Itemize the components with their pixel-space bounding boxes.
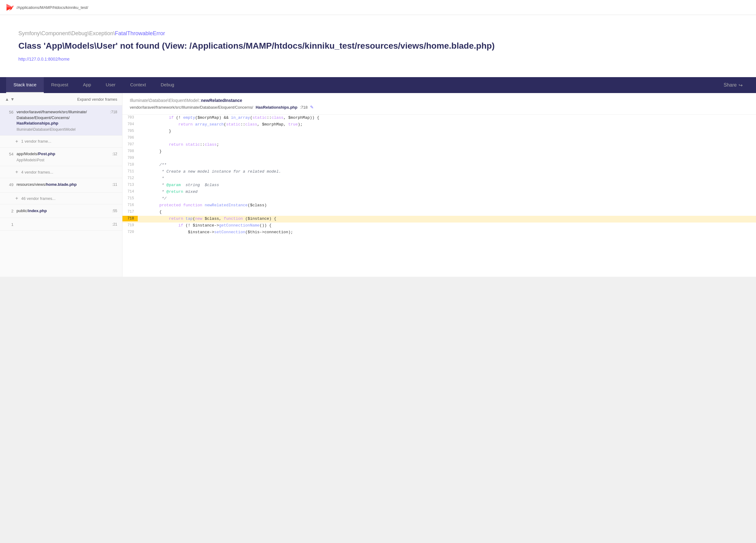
- frame-line-2: :55: [112, 208, 117, 213]
- frame-content-2: public/index.php: [17, 208, 109, 214]
- frame-file-54: app/Models/Post.php: [17, 151, 109, 157]
- frame-class-54: App\Models\Post: [17, 158, 109, 162]
- frame-class-56: Illuminate\Database\Eloquent\Model: [17, 127, 107, 132]
- code-class-name: Illuminate\Database\Eloquent\Model::newR…: [130, 98, 749, 103]
- code-line-716: 716 protected function newRelatedInstanc…: [122, 202, 756, 209]
- code-block: 703 if (! empty($morphMap) && in_array(s…: [122, 115, 756, 236]
- share-label: Share: [724, 82, 737, 88]
- tab-request[interactable]: Request: [44, 77, 76, 93]
- tab-app[interactable]: App: [76, 77, 99, 93]
- code-line-709: 709: [122, 155, 756, 162]
- vendor-frames-group-1[interactable]: + 1 vendor frame...: [0, 136, 122, 148]
- vendor-expand-icon: +: [15, 139, 18, 144]
- frame-content-54: app/Models/Post.php App\Models\Post: [17, 151, 109, 162]
- error-message: Class 'App\Models\User' not found (View:…: [18, 40, 738, 51]
- laravel-logo-icon: [6, 4, 13, 11]
- code-line-717: 717 {: [122, 209, 756, 216]
- frame-number-1: 1: [5, 222, 13, 227]
- frame-file-2: public/index.php: [17, 208, 109, 214]
- content-area: ▲ ▼ Expand vendor frames 56 vendor/larav…: [0, 93, 756, 277]
- frame-number-54: 54: [5, 151, 13, 156]
- tab-stack-trace[interactable]: Stack trace: [6, 77, 44, 93]
- vendor-frames-label-1: 1 vendor frame...: [21, 139, 51, 144]
- frame-content-49: resources/views/home.blade.php: [17, 182, 109, 189]
- tabs-bar: Stack trace Request App User Context Deb…: [0, 77, 756, 93]
- tab-context[interactable]: Context: [123, 77, 153, 93]
- code-line-704: 704 return array_search(static::class, $…: [122, 122, 756, 128]
- code-line-708: 708 }: [122, 148, 756, 155]
- sort-up-icon[interactable]: ▲: [5, 97, 9, 102]
- frame-number-2: 2: [5, 208, 13, 213]
- top-bar: /Applications/MAMP/htdocs/kinniku_test/: [0, 0, 756, 15]
- stack-frame-54[interactable]: 54 app/Models/Post.php App\Models\Post :…: [0, 148, 122, 166]
- code-panel: Illuminate\Database\Eloquent\Model::newR…: [122, 93, 756, 277]
- frame-line-56: :718: [110, 109, 117, 114]
- vendor-expand-icon-46: +: [15, 196, 18, 201]
- frame-number-56: 56: [5, 109, 13, 114]
- edit-file-icon[interactable]: ✎: [310, 105, 314, 110]
- vendor-frames-group-4[interactable]: + 4 vendor frames...: [0, 166, 122, 178]
- stack-controls: ▲ ▼ Expand vendor frames: [0, 93, 122, 106]
- vendor-frames-label-46: 46 vendor frames...: [21, 196, 55, 201]
- breadcrumb-path: /Applications/MAMP/htdocs/kinniku_test/: [17, 5, 88, 10]
- stack-frame-1[interactable]: 1 :21: [0, 218, 122, 231]
- code-line-703: 703 if (! empty($morphMap) && in_array(s…: [122, 115, 756, 122]
- code-line-719: 719 if (! $instance->getConnectionName()…: [122, 223, 756, 229]
- share-icon: ↪: [739, 82, 743, 88]
- tab-debug[interactable]: Debug: [153, 77, 182, 93]
- code-line-718: 718 return tap(new $class, function ($in…: [122, 216, 756, 223]
- error-url[interactable]: http://127.0.0.1:8002/home: [18, 57, 69, 62]
- code-filepath: vendor/laravel/framework/src/Illuminate/…: [130, 105, 749, 110]
- code-header: Illuminate\Database\Eloquent\Model::newR…: [122, 93, 756, 115]
- stack-panel: ▲ ▼ Expand vendor frames 56 vendor/larav…: [0, 93, 122, 277]
- frame-line-1: :21: [112, 222, 117, 227]
- frame-number-49: 49: [5, 182, 13, 187]
- error-namespace: Symfony\Component\Debug\Exception\FatalT…: [18, 30, 738, 37]
- code-line-706: 706: [122, 135, 756, 142]
- frame-file-49: resources/views/home.blade.php: [17, 182, 109, 187]
- vendor-frames-label-4: 4 vendor frames...: [21, 170, 53, 174]
- stack-frame-2[interactable]: 2 public/index.php :55: [0, 204, 122, 218]
- frame-line-49: :11: [112, 182, 117, 187]
- stack-frame-49[interactable]: 49 resources/views/home.blade.php :11: [0, 178, 122, 193]
- error-class-highlight: FatalThrowableError: [115, 30, 165, 36]
- code-line-705: 705 }: [122, 128, 756, 135]
- tab-user[interactable]: User: [99, 77, 123, 93]
- code-line-713: 713 * @param string $class: [122, 182, 756, 189]
- code-line-714: 714 * @return mixed: [122, 189, 756, 196]
- vendor-frames-group-46[interactable]: + 46 vendor frames...: [0, 193, 122, 204]
- vendor-expand-icon-4: +: [15, 169, 18, 175]
- code-line-715: 715 */: [122, 196, 756, 202]
- frame-line-54: :12: [112, 151, 117, 156]
- code-line-711: 711 * Create a new model instance for a …: [122, 169, 756, 175]
- main-panel: Stack trace Request App User Context Deb…: [0, 77, 756, 277]
- code-line-712: 712 *: [122, 175, 756, 182]
- sort-arrows: ▲ ▼: [5, 97, 15, 102]
- code-line-720: 720 $instance->setConnection($this->conn…: [122, 229, 756, 236]
- sort-down-icon[interactable]: ▼: [10, 97, 15, 102]
- frame-content-56: vendor/laravel/framework/src/Illuminate/…: [17, 109, 107, 132]
- code-line-707: 707 return static::class;: [122, 142, 756, 148]
- expand-vendor-button[interactable]: Expand vendor frames: [77, 97, 117, 102]
- code-line-710: 710 /**: [122, 162, 756, 169]
- share-button[interactable]: Share ↪: [716, 77, 750, 93]
- stack-frame-56[interactable]: 56 vendor/laravel/framework/src/Illumina…: [0, 106, 122, 136]
- frame-file-56: vendor/laravel/framework/src/Illuminate/…: [17, 109, 107, 126]
- error-header: Symfony\Component\Debug\Exception\FatalT…: [0, 15, 756, 77]
